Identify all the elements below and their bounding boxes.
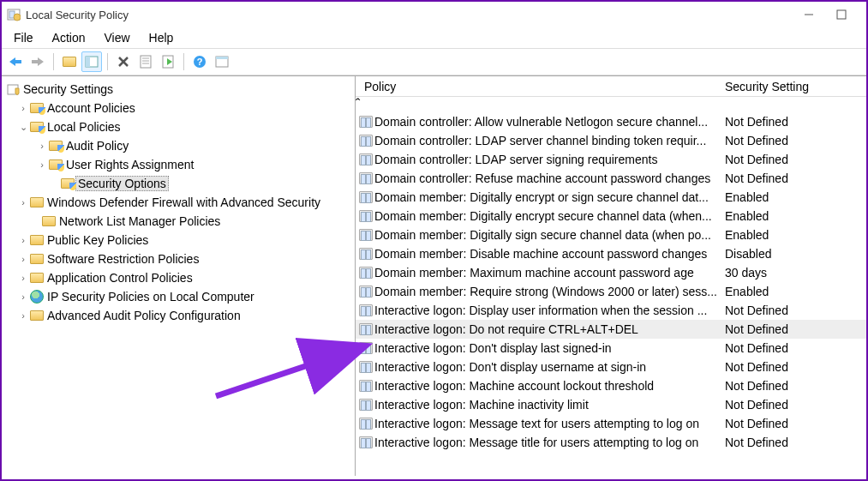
tree-item[interactable]: ›Application Control Policies — [2, 268, 355, 287]
tree-item[interactable]: Network List Manager Policies — [2, 212, 355, 231]
list-row[interactable]: Interactive logon: Machine inactivity li… — [356, 395, 866, 414]
policy-name: Domain controller: Allow vulnerable Netl… — [374, 115, 725, 129]
list-row[interactable]: Domain member: Digitally encrypt or sign… — [356, 188, 866, 207]
policy-setting: Enabled — [725, 228, 866, 242]
list-row[interactable]: Domain member: Disable machine account p… — [356, 244, 866, 263]
menu-view[interactable]: View — [97, 29, 136, 46]
policy-setting: Not Defined — [725, 322, 866, 336]
expander-icon[interactable]: › — [36, 141, 48, 151]
list-row[interactable]: Interactive logon: Machine account locko… — [356, 376, 866, 395]
policy-icon — [356, 418, 374, 430]
list-row[interactable]: Interactive logon: Don't display usernam… — [356, 358, 866, 376]
folder-icon — [29, 254, 45, 264]
content-area: Security Settings ›Account Policies⌄Loca… — [2, 75, 866, 476]
list-row[interactable]: Domain controller: LDAP server channel b… — [356, 131, 866, 150]
view-options-button[interactable] — [212, 51, 232, 72]
svg-point-2 — [14, 14, 21, 21]
policy-setting: Not Defined — [725, 134, 866, 147]
list-row[interactable]: Domain member: Digitally sign secure cha… — [356, 225, 866, 244]
menu-action[interactable]: Action — [45, 29, 93, 46]
up-folder-button[interactable] — [59, 51, 80, 72]
policy-icon — [356, 116, 374, 128]
policy-setting: Not Defined — [725, 360, 866, 374]
tree-item-label: Audit Policy — [63, 138, 131, 153]
policy-setting: Not Defined — [725, 436, 866, 449]
policy-setting: Not Defined — [725, 398, 866, 412]
tree-item[interactable]: Security Options — [2, 174, 355, 193]
list-row[interactable]: Domain member: Require strong (Windows 2… — [356, 282, 866, 301]
svg-marker-5 — [9, 57, 21, 66]
policy-icon — [356, 323, 374, 335]
policy-name: Domain controller: Refuse machine accoun… — [374, 171, 725, 185]
tree-item[interactable]: ›Public Key Policies — [2, 231, 355, 250]
tree-panel: Security Settings ›Account Policies⌄Loca… — [2, 76, 356, 476]
tree-item[interactable]: ›Account Policies — [2, 99, 355, 117]
expander-icon[interactable]: › — [17, 310, 29, 321]
policy-setting: Not Defined — [725, 341, 866, 355]
tree-item-label: Local Policies — [45, 119, 123, 135]
expander-icon[interactable]: › — [17, 273, 29, 283]
policy-icon — [356, 286, 374, 298]
list-row[interactable]: Domain controller: LDAP server signing r… — [356, 150, 866, 169]
tree-item-label: Public Key Policies — [45, 232, 151, 248]
policy-setting: Not Defined — [725, 304, 866, 317]
policy-setting: Enabled — [725, 190, 866, 204]
column-policy[interactable]: Policy — [356, 80, 725, 93]
policy-setting: Not Defined — [725, 171, 866, 185]
list-row[interactable]: Interactive logon: Don't display last si… — [356, 339, 866, 358]
menu-help[interactable]: Help — [142, 29, 181, 46]
maximize-button[interactable] — [835, 9, 847, 21]
policy-setting: Disabled — [725, 247, 866, 261]
svg-rect-8 — [86, 57, 90, 67]
policy-icon — [356, 210, 374, 222]
delete-button[interactable] — [113, 51, 134, 72]
list-row[interactable]: Interactive logon: Message title for use… — [356, 433, 866, 452]
tree-item[interactable]: ›Audit Policy — [2, 136, 355, 155]
tree-item[interactable]: ⌄Local Policies — [2, 117, 355, 136]
properties-button[interactable] — [135, 51, 156, 72]
tree-item[interactable]: ›User Rights Assignment — [2, 155, 355, 174]
policy-setting: Not Defined — [725, 153, 866, 166]
expander-icon[interactable]: › — [36, 159, 48, 170]
list-row[interactable]: Interactive logon: Message text for user… — [356, 414, 866, 433]
window-title: Local Security Policy — [26, 9, 803, 21]
tree-item[interactable]: ›Windows Defender Firewall with Advanced… — [2, 193, 355, 212]
list-row[interactable]: Domain member: Digitally encrypt secure … — [356, 207, 866, 225]
policy-icon — [356, 436, 374, 448]
tree-item[interactable]: ›Software Restriction Policies — [2, 250, 355, 268]
forward-button[interactable] — [27, 51, 48, 72]
policy-name: Interactive logon: Message title for use… — [374, 436, 725, 449]
policy-name: Domain member: Digitally sign secure cha… — [374, 228, 725, 242]
tree-item[interactable]: ›IP Security Policies on Local Computer — [2, 287, 355, 306]
policy-name: Domain controller: LDAP server signing r… — [374, 153, 725, 166]
policy-setting: 30 days — [725, 266, 866, 280]
list-row[interactable]: Domain member: Maximum machine account p… — [356, 263, 866, 282]
expander-icon[interactable]: › — [17, 235, 29, 245]
folder-shield-icon — [48, 159, 63, 170]
policy-name: Interactive logon: Don't display usernam… — [374, 360, 725, 374]
list-row[interactable]: Interactive logon: Display user informat… — [356, 301, 866, 320]
list-row[interactable]: Domain controller: Refuse machine accoun… — [356, 169, 866, 188]
expander-icon[interactable]: ⌄ — [17, 122, 29, 133]
list-row[interactable]: Domain controller: Allow vulnerable Netl… — [356, 112, 866, 131]
back-button[interactable] — [5, 51, 26, 72]
menu-file[interactable]: File — [7, 29, 40, 46]
policy-setting: Enabled — [725, 285, 866, 298]
tree-root[interactable]: Security Settings — [2, 80, 355, 99]
expander-icon[interactable]: › — [17, 197, 29, 207]
minimize-button[interactable] — [803, 9, 815, 21]
list-row[interactable]: Interactive logon: Do not require CTRL+A… — [356, 320, 866, 339]
policy-name: Domain member: Maximum machine account p… — [374, 266, 725, 280]
toolbar-separator — [183, 53, 184, 70]
show-hide-tree-button[interactable] — [81, 51, 102, 72]
policy-icon — [356, 380, 374, 392]
expander-icon[interactable]: › — [17, 103, 29, 113]
expander-icon[interactable]: › — [17, 292, 29, 302]
expander-icon[interactable]: › — [17, 254, 29, 264]
help-button[interactable]: ? — [189, 51, 210, 72]
policy-setting: Enabled — [725, 209, 866, 223]
column-setting[interactable]: Security Setting — [725, 80, 866, 93]
policy-name: Interactive logon: Display user informat… — [374, 304, 725, 317]
export-button[interactable] — [158, 51, 178, 72]
tree-item[interactable]: ›Advanced Audit Policy Configuration — [2, 306, 355, 325]
